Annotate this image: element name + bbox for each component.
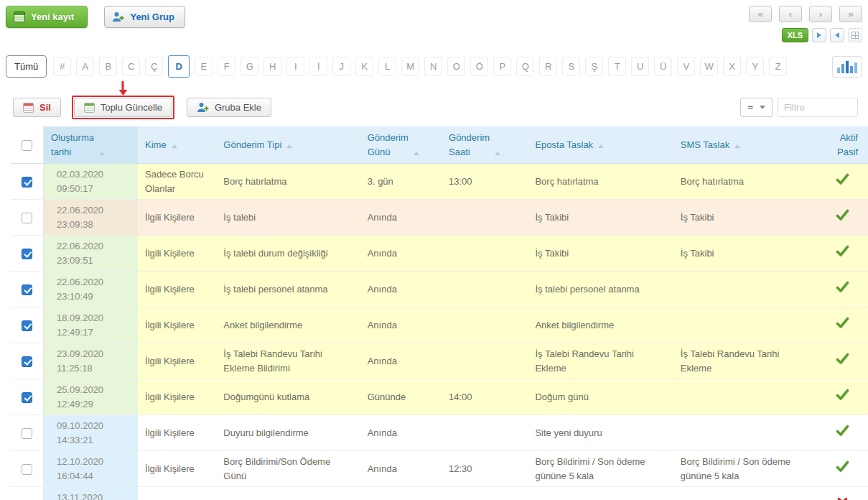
next-page-button[interactable]: ›	[809, 6, 832, 22]
row-checkbox[interactable]	[22, 213, 32, 223]
delete-button[interactable]: Sil	[13, 98, 61, 117]
row-checkbox[interactable]	[22, 249, 32, 259]
sms-template-cell: Borç Bildirimi / Son ödeme gününe 5 kala	[673, 451, 817, 487]
send-type-cell: İş talebi	[216, 200, 360, 236]
transfer-in-button[interactable]	[830, 28, 844, 42]
column-chart-button[interactable]	[832, 56, 862, 78]
letter-filter-Z[interactable]: Z	[769, 57, 787, 76]
filter-all-button[interactable]: Tümü	[6, 55, 47, 78]
row-checkbox[interactable]	[22, 177, 32, 188]
column-header-label: Gönderim Tipi	[223, 138, 281, 152]
column-header-label: Eposta Taslak	[535, 138, 593, 152]
top-right-controls: « ‹ › » XLS	[749, 6, 862, 42]
arrow-right-icon	[817, 32, 821, 38]
letter-filter-O[interactable]: O	[447, 57, 465, 76]
filter-input[interactable]	[778, 98, 858, 117]
letter-filter-İ[interactable]: İ	[309, 57, 327, 76]
letter-filter-U[interactable]: U	[631, 57, 649, 76]
table-row: 23.09.202011:25:18İlgili Kişilereİş Tale…	[11, 343, 868, 379]
active-check-icon	[817, 164, 868, 200]
send-day-cell: 3. gün	[360, 164, 442, 200]
column-header-send-type[interactable]: Gönderim Tipi	[216, 126, 360, 164]
new-group-button[interactable]: Yeni Grup	[104, 6, 185, 28]
new-record-button[interactable]: Yeni kayıt	[6, 6, 88, 28]
recipient-cell: İlgili Kişilere	[138, 451, 216, 487]
letter-filter-W[interactable]: W	[700, 57, 718, 76]
letter-filter-L[interactable]: L	[378, 57, 396, 76]
select-all-header	[11, 126, 44, 164]
letter-filter-G[interactable]: G	[241, 57, 258, 76]
letter-filter-X[interactable]: X	[723, 57, 741, 76]
transfer-out-button[interactable]	[812, 28, 826, 42]
column-header-recipient[interactable]: Kime	[138, 126, 216, 164]
send-time-cell: 14:00	[442, 379, 528, 415]
prev-page-button[interactable]: ‹	[779, 6, 802, 22]
letter-filter-Ö[interactable]: Ö	[470, 57, 488, 76]
row-checkbox[interactable]	[22, 428, 32, 439]
select-all-checkbox[interactable]	[22, 140, 32, 151]
column-header-send-time[interactable]: GönderimSaati	[442, 126, 528, 164]
letter-filter-H[interactable]: H	[263, 57, 281, 76]
column-header-sms-template[interactable]: SMS Taslak	[673, 126, 817, 164]
column-header-label: Günü	[368, 145, 409, 159]
row-checkbox[interactable]	[22, 392, 32, 403]
chart-bars-icon	[837, 68, 840, 73]
bulk-update-button[interactable]: Toplu Güncelle	[74, 98, 172, 117]
last-page-button[interactable]: »	[839, 6, 862, 22]
send-day-cell: Anında	[360, 272, 442, 307]
created-date-cell: 12.10.202016:04:44	[44, 451, 139, 487]
letter-filter-K[interactable]: K	[355, 57, 373, 76]
send-type-cell: Borç hatırlatma	[216, 164, 360, 200]
letter-filter-R[interactable]: R	[539, 57, 557, 76]
table-row: 22.06.202023:09:38İlgili Kişilereİş tale…	[11, 200, 868, 236]
email-template-cell: İş Takibi	[528, 200, 673, 236]
grid-view-button[interactable]	[848, 28, 862, 42]
email-template-cell: İş talebi personel atanma	[528, 272, 673, 307]
letter-filter-I[interactable]: I	[286, 57, 304, 76]
letter-filter-S[interactable]: S	[562, 57, 580, 76]
letter-filter-D[interactable]: D	[168, 55, 190, 78]
letter-filter-B[interactable]: B	[99, 57, 117, 76]
letter-filter-N[interactable]: N	[424, 57, 442, 76]
letter-filter-F[interactable]: F	[218, 57, 235, 76]
column-header-label: SMS Taslak	[681, 138, 729, 152]
table-row: 22.06.202023:09:51İlgili Kişilereİş tale…	[11, 236, 868, 272]
row-checkbox[interactable]	[22, 320, 32, 331]
row-select-cell	[11, 200, 44, 236]
letter-filter-V[interactable]: V	[677, 57, 695, 76]
column-header-send-day[interactable]: GönderimGünü	[360, 126, 442, 164]
column-header-email-template[interactable]: Eposta Taslak	[528, 126, 673, 164]
letter-filter-A[interactable]: A	[76, 57, 94, 76]
letter-filter-Q[interactable]: Q	[516, 57, 534, 76]
recipient-cell: İlgili Kişilere	[138, 343, 216, 379]
row-checkbox[interactable]	[22, 356, 32, 367]
letter-filter-Ü[interactable]: Ü	[654, 57, 672, 76]
primary-buttons: Yeni kayıt Yeni Grup	[6, 6, 185, 28]
add-to-group-button[interactable]: Gruba Ekle	[187, 98, 271, 117]
letter-filter-Y[interactable]: Y	[746, 57, 764, 76]
letter-filter-P[interactable]: P	[493, 57, 511, 76]
xls-export-button[interactable]: XLS	[782, 28, 808, 42]
letter-filter-C[interactable]: C	[122, 57, 140, 76]
created-date-cell: 23.09.202011:25:18	[44, 343, 139, 379]
sort-asc-icon	[172, 144, 177, 148]
email-template-cell: İş Takibi	[528, 236, 673, 272]
recipient-cell: İlgili Kişilere	[138, 272, 216, 307]
letter-filter-Ş[interactable]: Ş	[585, 57, 603, 76]
letter-filter-Ç[interactable]: Ç	[145, 57, 163, 76]
letter-filter-E[interactable]: E	[195, 57, 213, 76]
email-template-cell: Anket bilgilendirme	[528, 307, 673, 343]
row-checkbox[interactable]	[22, 284, 32, 295]
letter-filter-T[interactable]: T	[608, 57, 626, 76]
column-header-created-date[interactable]: Oluşturmatarihi	[44, 126, 139, 164]
letter-filter-J[interactable]: J	[332, 57, 350, 76]
row-select-cell	[11, 272, 44, 307]
letter-filter-M[interactable]: M	[401, 57, 419, 76]
column-header-label: Oluşturma	[51, 131, 94, 145]
first-page-button[interactable]: «	[749, 6, 772, 22]
recipient-cell: İlgili Kişilere	[138, 487, 216, 500]
letter-filter-#[interactable]: #	[53, 57, 71, 76]
row-checkbox[interactable]	[22, 464, 32, 475]
filter-operator-select[interactable]: =	[740, 98, 773, 117]
sms-template-cell	[673, 272, 817, 307]
